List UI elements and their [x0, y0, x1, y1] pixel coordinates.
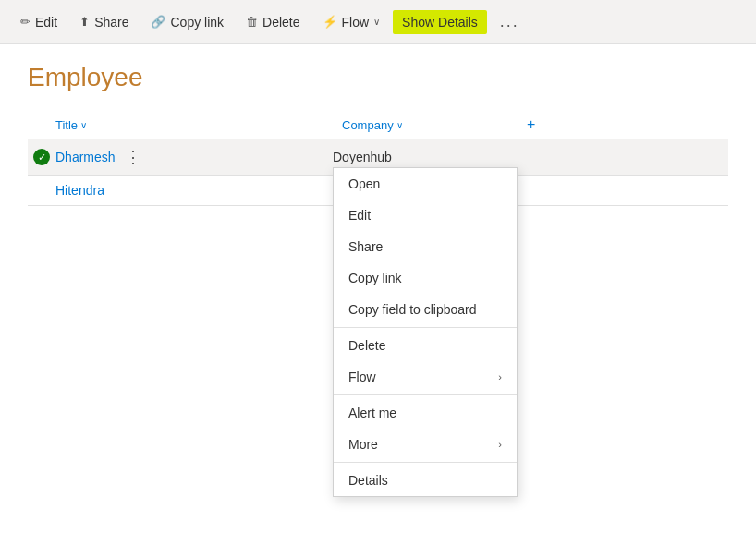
context-menu-item-label: Share — [348, 239, 383, 254]
context-menu-item-open[interactable]: Open — [334, 168, 517, 200]
row-company-cell: Doyenhub — [333, 150, 518, 164]
row-checkbox[interactable]: ✓ — [28, 149, 55, 165]
check-circle-icon: ✓ — [33, 149, 50, 165]
check-icon: ✓ — [38, 151, 46, 164]
flow-chevron-icon: ∨ — [373, 17, 380, 27]
context-menu-separator — [334, 327, 517, 328]
title-sort-icon: ∨ — [80, 120, 87, 130]
add-column-icon: + — [527, 116, 535, 132]
edit-icon: ✏ — [20, 15, 30, 29]
context-menu-item-label: Copy link — [348, 271, 402, 285]
flow-button[interactable]: ⚡ Flow ∨ — [313, 10, 390, 34]
submenu-chevron-icon: › — [498, 371, 502, 382]
context-menu-item-label: Open — [348, 176, 380, 191]
show-details-label: Show Details — [402, 15, 478, 30]
company-value: Doyenhub — [333, 150, 392, 164]
share-icon: ⬆ — [79, 15, 90, 29]
row-title-link[interactable]: Hitendra — [55, 183, 104, 198]
context-menu-item-label: Edit — [348, 208, 371, 223]
context-menu-item-copy-field-to-clipboard[interactable]: Copy field to clipboard — [334, 294, 517, 325]
page-title: Employee — [28, 63, 728, 92]
context-menu-item-label: Details — [348, 473, 388, 488]
row-title-cell: Hitendra — [55, 183, 333, 198]
row-context-dots[interactable]: ⋮ — [125, 147, 142, 167]
more-options-button[interactable]: ... — [491, 7, 529, 36]
context-menu-item-copy-link[interactable]: Copy link — [334, 262, 517, 294]
show-details-button[interactable]: Show Details — [393, 10, 487, 34]
context-menu-separator — [334, 462, 517, 463]
context-menu-item-share[interactable]: Share — [334, 231, 517, 262]
share-label: Share — [94, 15, 128, 30]
context-menu-item-label: Delete — [348, 338, 385, 353]
context-menu-item-alert-me[interactable]: Alert me — [334, 397, 517, 429]
submenu-chevron-icon: › — [498, 439, 502, 450]
share-button[interactable]: ⬆ Share — [70, 10, 138, 34]
context-menu-item-edit[interactable]: Edit — [334, 200, 517, 231]
column-company-label: Company — [342, 118, 394, 132]
edit-button[interactable]: ✏ Edit — [11, 10, 67, 34]
add-column-button[interactable]: + — [527, 116, 535, 133]
table-row: ✓ Dharmesh ⋮ Doyenhub OpenEditShareCopy … — [28, 139, 728, 176]
column-title-label: Title — [55, 118, 78, 132]
delete-icon: 🗑 — [246, 15, 258, 29]
context-menu-item-details[interactable]: Details — [334, 465, 517, 496]
row-title-link[interactable]: Dharmesh — [55, 150, 116, 164]
context-menu-item-label: Alert me — [348, 406, 396, 420]
context-menu: OpenEditShareCopy linkCopy field to clip… — [333, 167, 518, 497]
context-menu-item-flow[interactable]: Flow› — [334, 361, 517, 393]
column-title-header[interactable]: Title ∨ — [55, 118, 342, 132]
edit-label: Edit — [35, 15, 57, 30]
context-menu-item-delete[interactable]: Delete — [334, 330, 517, 361]
copy-link-label: Copy link — [170, 15, 224, 30]
column-company-header[interactable]: Company ∨ — [342, 118, 527, 132]
list-header: Title ∨ Company ∨ + — [55, 111, 728, 139]
page-content: Employee Title ∨ Company ∨ + ✓ Dharmesh … — [0, 44, 756, 215]
toolbar: ✏ Edit ⬆ Share 🔗 Copy link 🗑 Delete ⚡ Fl… — [0, 0, 756, 44]
flow-label: Flow — [342, 15, 370, 30]
delete-button[interactable]: 🗑 Delete — [237, 10, 309, 34]
flow-icon: ⚡ — [323, 15, 337, 29]
delete-label: Delete — [262, 15, 299, 30]
company-sort-icon: ∨ — [396, 120, 403, 130]
context-menu-item-more[interactable]: More› — [334, 429, 517, 460]
context-menu-separator — [334, 394, 517, 395]
context-menu-item-label: Flow — [348, 369, 376, 384]
context-menu-item-label: Copy field to clipboard — [348, 302, 477, 317]
context-menu-item-label: More — [348, 437, 378, 452]
more-options-icon: ... — [500, 12, 519, 31]
copy-link-icon: 🔗 — [151, 15, 165, 29]
copy-link-button[interactable]: 🔗 Copy link — [141, 10, 233, 34]
row-title-cell: Dharmesh ⋮ — [55, 147, 333, 167]
